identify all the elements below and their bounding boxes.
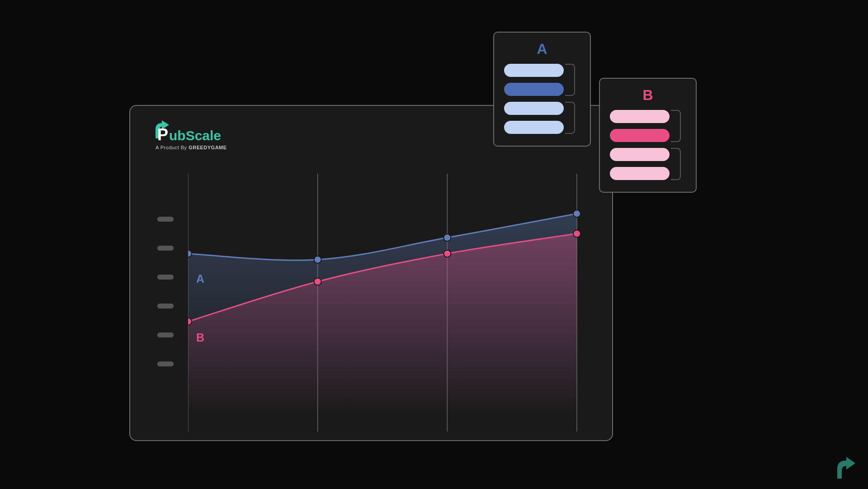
y-tick (157, 246, 174, 251)
b-pill-0[interactable] (610, 110, 670, 123)
a-pill-3[interactable] (504, 121, 564, 134)
series-b-label: B (196, 331, 204, 344)
b-pill-1[interactable] (610, 129, 670, 142)
svg-point-8 (573, 210, 580, 217)
main-dashboard-panel: P ubScale A Product By GREEDYGAME A B (129, 105, 613, 441)
b-pill-3[interactable] (610, 167, 670, 180)
brand-logo: P ubScale A Product By GREEDYGAME (156, 119, 227, 150)
y-tick (157, 361, 174, 366)
svg-point-9 (188, 318, 192, 325)
svg-point-11 (443, 250, 451, 257)
a-pill-2[interactable] (504, 102, 564, 115)
ab-comparison-chart (188, 174, 586, 432)
svg-text:P: P (157, 125, 168, 142)
y-tick (157, 275, 174, 280)
option-card-b: B (599, 78, 697, 193)
a-pill-0[interactable] (504, 64, 564, 77)
svg-point-10 (314, 278, 321, 285)
y-tick (157, 332, 174, 337)
svg-point-5 (188, 250, 192, 257)
svg-point-7 (443, 234, 451, 241)
card-b-title: B (610, 87, 686, 104)
svg-point-12 (573, 230, 580, 237)
y-tick (157, 217, 174, 222)
y-tick (157, 304, 174, 309)
b-pill-2[interactable] (610, 148, 670, 161)
y-axis-ticks (157, 217, 174, 390)
svg-point-6 (314, 256, 321, 263)
a-pill-1[interactable] (504, 83, 564, 96)
series-a-label: A (196, 272, 204, 285)
pubscale-watermark-icon (836, 455, 859, 480)
card-a-title: A (504, 41, 580, 57)
logo-subtitle: A Product By GREEDYGAME (156, 145, 227, 150)
logo-text: ubScale (169, 128, 221, 142)
option-card-a: A (493, 32, 591, 147)
